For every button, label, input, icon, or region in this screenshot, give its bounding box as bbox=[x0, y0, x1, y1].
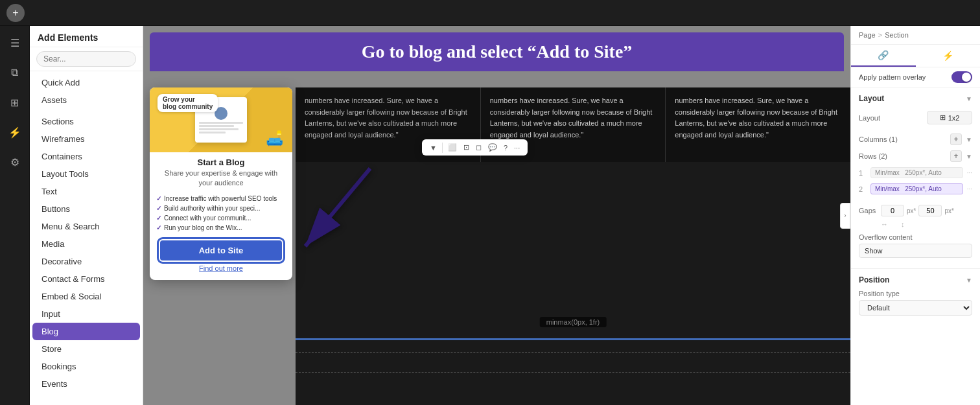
toolbar-box-btn[interactable]: ⊡ bbox=[461, 142, 472, 153]
rows-chevron[interactable]: ▼ bbox=[966, 153, 972, 160]
toolbar-help-btn[interactable]: ? bbox=[501, 143, 510, 153]
feature-2: Build authority within your speci... bbox=[156, 203, 286, 213]
rows-label: Rows (2) bbox=[859, 152, 887, 160]
sidebar-item-wireframes[interactable]: Wireframes bbox=[32, 130, 140, 148]
toolbar-comment-btn[interactable]: 💬 bbox=[485, 142, 500, 153]
toolbar-arrow[interactable]: ▼ bbox=[427, 143, 439, 153]
rows-add-btn[interactable]: + bbox=[950, 150, 962, 162]
tab-animate[interactable]: ⚡ bbox=[916, 45, 981, 67]
canvas-area: Go to blog and select “Add to Site” 🛋 bbox=[143, 26, 850, 405]
right-panel-tabs: 🔗 ⚡ bbox=[851, 45, 980, 67]
pages-icon[interactable]: ☰ bbox=[5, 32, 25, 53]
breadcrumb-section: Section bbox=[885, 31, 909, 39]
sidebar-item-buttons[interactable]: Buttons bbox=[32, 200, 140, 218]
tutorial-banner: Go to blog and select “Add to Site” bbox=[150, 32, 844, 71]
sidebar-item-layout-tools[interactable]: Layout Tools bbox=[32, 165, 140, 183]
sidebar-item-menu-search[interactable]: Menu & Search bbox=[32, 218, 140, 235]
dark-top-row: numbers have increased. Sure, we have a … bbox=[296, 87, 850, 162]
sidebar-item-blog[interactable]: Blog bbox=[32, 323, 140, 340]
toggle-label: Apply pattern overlay bbox=[859, 73, 926, 81]
components-icon[interactable]: ⊞ bbox=[5, 92, 25, 113]
breadcrumb-separator: > bbox=[878, 31, 882, 39]
pattern-overlay-toggle[interactable] bbox=[951, 71, 972, 83]
layout-value[interactable]: ⊞ 1x2 bbox=[927, 111, 972, 124]
sidebar-item-decorative[interactable]: Decorative bbox=[32, 253, 140, 270]
row-1-badge[interactable]: Min/max 250px*, Auto bbox=[870, 167, 963, 178]
position-section: Position ▼ Position type Default Fixed S… bbox=[851, 269, 980, 322]
blog-preview-title: Start a Blog bbox=[150, 152, 292, 168]
plugins-icon[interactable]: ⚡ bbox=[5, 122, 25, 143]
col1-text: numbers have increased. Sure, we have a … bbox=[305, 95, 471, 141]
gaps-label: Gaps bbox=[859, 207, 878, 214]
row-1-item: 1 Min/max 250px*, Auto ··· bbox=[859, 165, 972, 181]
sidebar-item-embed-social[interactable]: Embed & Social bbox=[32, 288, 140, 305]
gap-v-input[interactable]: 50 bbox=[918, 205, 942, 216]
position-collapse-icon[interactable]: ▼ bbox=[966, 277, 972, 284]
sidebar-item-media[interactable]: Media bbox=[32, 235, 140, 253]
feature-3: Connect with your communit... bbox=[156, 213, 286, 223]
layout-label: Layout bbox=[859, 114, 880, 122]
add-to-site-button[interactable]: Add to Site bbox=[159, 239, 283, 262]
find-out-more-button[interactable]: Find out more bbox=[199, 264, 243, 272]
row-2-badge[interactable]: Min/max 250px*, Auto bbox=[870, 183, 963, 194]
gap-h-unit: px* bbox=[907, 207, 916, 214]
overflow-select[interactable]: Show Hide bbox=[859, 244, 972, 258]
search-input[interactable] bbox=[36, 51, 136, 67]
lightning-icon: ⚡ bbox=[942, 51, 953, 61]
sidebar-item-sections[interactable]: Sections bbox=[32, 113, 140, 130]
gap-h-input[interactable] bbox=[881, 205, 904, 216]
columns-add-btn[interactable]: + bbox=[950, 133, 962, 145]
elements-panel: Add Elements Quick Add Assets Sections W… bbox=[30, 26, 143, 405]
arrow-overlay bbox=[286, 156, 415, 274]
grid-row-indicator bbox=[296, 338, 850, 340]
row-2-label: Min/max bbox=[875, 185, 900, 192]
columns-chevron[interactable]: ▼ bbox=[966, 136, 972, 143]
sidebar-item-containers[interactable]: Containers bbox=[32, 148, 140, 165]
sidebar-item-assets[interactable]: Assets bbox=[32, 91, 140, 109]
sidebar-item-text[interactable]: Text bbox=[32, 183, 140, 200]
sidebar-item-quick-add[interactable]: Quick Add bbox=[32, 74, 140, 91]
blog-preview-panel: 🛋️ Grow yourblog community Start a Blog … bbox=[150, 87, 292, 280]
sidebar-item-events[interactable]: Events bbox=[32, 375, 140, 393]
overflow-row: Overflow content Show Hide bbox=[859, 229, 972, 262]
position-header: Position ▼ bbox=[859, 275, 972, 284]
layers-icon[interactable]: ⧉ bbox=[5, 62, 25, 83]
layout-section-title: Layout bbox=[859, 94, 884, 103]
tab-design[interactable]: 🔗 bbox=[851, 45, 916, 67]
gaps-row: Gaps px* 50 px* bbox=[859, 202, 972, 219]
toolbar-frame-btn[interactable]: ◻ bbox=[473, 142, 484, 153]
icon-sidebar: ☰ ⧉ ⊞ ⚡ ⚙ bbox=[0, 26, 30, 405]
row-1-more-btn[interactable]: ··· bbox=[967, 169, 972, 176]
panel-collapse-button[interactable]: › bbox=[840, 203, 850, 229]
row-2-more-btn[interactable]: ··· bbox=[967, 185, 972, 192]
layout-collapse-icon[interactable]: ▼ bbox=[966, 95, 972, 102]
toggle-knob bbox=[962, 73, 971, 82]
overflow-label: Overflow content bbox=[859, 233, 972, 241]
row-2-item: 2 Min/max 250px*, Auto ··· bbox=[859, 181, 972, 197]
breadcrumb: Page > Section bbox=[851, 26, 980, 45]
sidebar-item-input[interactable]: Input bbox=[32, 305, 140, 323]
blog-community-badge: Grow yourblog community bbox=[158, 94, 218, 112]
blog-preview-features: Increase traffic with powerful SEO tools… bbox=[150, 194, 292, 233]
sidebar-item-store[interactable]: Store bbox=[32, 340, 140, 358]
position-type-select[interactable]: Default Fixed Sticky bbox=[859, 300, 972, 316]
layout-grid-icon: ⊞ bbox=[940, 113, 946, 122]
toolbar-more-btn[interactable]: ··· bbox=[511, 143, 522, 153]
sidebar-item-contact-forms[interactable]: Contact & Forms bbox=[32, 270, 140, 288]
line-4 bbox=[199, 132, 226, 133]
add-element-button[interactable]: + bbox=[6, 4, 25, 22]
row-2-num: 2 bbox=[859, 185, 867, 193]
columns-controls: + ▼ bbox=[950, 133, 972, 145]
blog-preview-subtitle: Share your expertise & engage with your … bbox=[150, 168, 292, 194]
position-type-label: Position type bbox=[859, 290, 972, 297]
columns-row: Columns (1) + ▼ bbox=[859, 131, 972, 148]
gap-v-arrow: ↕ bbox=[901, 220, 905, 228]
gap-v-unit: px* bbox=[944, 207, 953, 214]
line-3 bbox=[199, 128, 239, 130]
settings-icon[interactable]: ⚙ bbox=[5, 152, 25, 172]
col3: numbers have increased. Sure, we have a … bbox=[666, 87, 850, 162]
gap-arrows-row: ↔ ↕ bbox=[859, 219, 972, 229]
tutorial-title: Go to blog and select “Add to Site” bbox=[165, 41, 828, 62]
toolbar-grid-btn[interactable]: ⬜ bbox=[445, 142, 460, 153]
sidebar-item-bookings[interactable]: Bookings bbox=[32, 358, 140, 375]
